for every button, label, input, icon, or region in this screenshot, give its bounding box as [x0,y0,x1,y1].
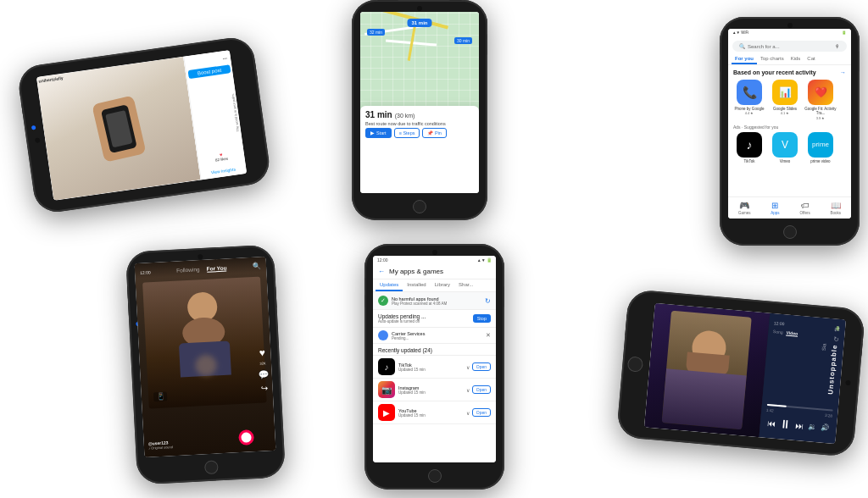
play-nav: 🎮 Games ⊞ Apps 🏷 Offers 📖 Books [728,196,851,219]
shuffle-icon[interactable]: ⇄ [834,325,841,334]
maps-route3: 30 min [454,37,472,44]
music-title: Unstoppable [826,344,838,395]
open-youtube-button[interactable]: Open [472,408,491,417]
home-button[interactable] [203,460,218,474]
front-camera [35,137,41,143]
recently-updated-header: Recently updated (24) [373,344,496,356]
search-placeholder: Search for a... [748,44,832,49]
front-camera [787,23,793,28]
app-item-tiktok[interactable]: ♪ TikTok [733,132,765,163]
prev-button[interactable]: ⏮ [767,418,776,428]
app-item-slides[interactable]: 📊 Google Slides 4.1 ★ [769,80,801,120]
open-tiktok-button[interactable]: Open [472,362,491,371]
search-icon[interactable]: 🔍 [253,262,261,270]
app-item-phone[interactable]: 📞 Phone by Google 4.4 ★ [733,80,765,120]
dismiss-carrier-button[interactable]: ✕ [486,332,491,339]
home-button[interactable] [783,225,797,239]
voice-icon: 🎙 [835,44,840,49]
tiktok-tab-foryou[interactable]: For You [206,264,226,272]
tiktok-likes-count: 32K [259,362,265,366]
stop-button[interactable]: Stop [473,314,491,323]
myapps-title: My apps & games [389,268,443,275]
myapps-screen: 12:00 ▲▼ 🔋 ← My apps & games Updates Ins… [373,256,496,462]
next-button[interactable]: ⏭ [795,420,804,430]
tab-library[interactable]: Library [431,279,454,291]
front-camera [845,379,851,385]
refresh-icon[interactable]: ↻ [485,297,491,305]
carrier-status: Pending... [392,336,486,340]
music-screen: ⇄ ↻ 12:00 🔋 Song Video Unstoppable Sia [644,303,846,444]
maps-duration: 31 min [365,110,392,119]
music-ctrl-buttons: ⏮ ⏸ ⏭ 🔉 🔊 [765,416,832,435]
app-row-youtube: ▶ YouTube Updated 15 min ∨ Open [373,401,496,424]
music-tab-video[interactable]: Video [786,330,798,337]
youtube-icon: ▶ [378,404,395,421]
front-camera [432,250,437,255]
ig-tagline: The world is in your palm. [230,91,242,132]
music-tabs: Song Video [773,329,840,340]
maps-steps-button[interactable]: ≡ Steps [394,128,420,138]
app-item-prime[interactable]: prime prime video [804,132,837,163]
tab-updates[interactable]: Updates [376,279,403,291]
maps-route-info: Best route now due to traffic conditions [365,121,474,126]
maps-screen: 31 min 32 min 30 min 31 min (30 km) Best… [360,12,479,193]
myapps-tabs: Updates Installed Library Shar... [373,279,496,292]
play-apps-row: 📞 Phone by Google 4.4 ★ 📊 Google Slides … [728,78,851,122]
app-item-vimeo[interactable]: V Vimeo [769,132,801,163]
play-pause-button[interactable]: ⏸ [779,417,792,431]
volume-up-icon[interactable]: 🔊 [821,423,830,432]
phone-tiktok: 📱 12:00 Following For You 🔍 ♥ 32K 💬 ↪ [125,245,286,485]
tab-share[interactable]: Shar... [454,279,477,291]
nav-offers[interactable]: 🏷 Offers [799,201,810,215]
home-button[interactable] [413,200,426,213]
play-protect-row: ✓ No harmful apps found Play Protect sca… [373,292,496,310]
tab-kids[interactable]: Kids [787,54,804,64]
play-ads-label: Ads · Suggested for you [728,122,851,130]
ig-insights-button[interactable]: View insights [202,165,244,176]
play-search-bar[interactable]: 🔍 Search for a... 🎙 [732,41,847,52]
music-tab-song[interactable]: Song [773,329,783,335]
phone-myapps: 12:00 ▲▼ 🔋 ← My apps & games Updates Ins… [364,244,504,490]
home-button[interactable] [627,356,644,373]
tiktok-screen: 📱 12:00 Following For You 🔍 ♥ 32K 💬 ↪ [135,257,276,457]
tab-cat[interactable]: Cat [804,54,818,64]
app-item-fit[interactable]: ❤️ Google Fit: Activity Tra... 3.9 ★ [804,80,837,120]
maps-info-panel: 31 min (30 km) Best route now due to tra… [360,106,479,193]
status-time: 12:00 [774,320,785,326]
play-suggested-row: ♪ TikTok V Vimeo prime prime video [728,130,851,165]
maps-route2: 32 min [367,29,385,36]
tab-top-charts[interactable]: Top charts [757,54,787,64]
volume-down-icon[interactable]: 🔉 [808,423,817,431]
tiktok-icon: ♪ [378,358,395,375]
carrier-icon [378,330,388,340]
tab-installed[interactable]: Installed [403,279,430,291]
nav-apps[interactable]: ⊞ Apps [771,201,779,215]
myapps-header: ← My apps & games [373,264,496,279]
tiktok-status: 12:00 [140,269,151,275]
music-album-art [644,303,770,437]
tab-for-you[interactable]: For you [732,54,757,64]
share-icon[interactable]: ↪ [260,384,268,393]
nav-books[interactable]: 📖 Books [831,201,842,215]
instagram-screen: unihertzielly ••• Boost post [36,50,247,201]
app-row-instagram: 📷 Instagram Updated 15 min ∨ Open [373,379,496,401]
maps-pin-button[interactable]: 📌 Pin [422,128,446,138]
auto-update-text: Auto-update is turned on [378,319,426,324]
nav-games[interactable]: 🎮 Games [738,201,751,215]
protect-icon: ✓ [378,296,388,306]
phone-instagram: unihertzielly ••• Boost post [16,35,272,214]
repeat-icon[interactable]: ↻ [832,335,839,344]
tiktok-tab-following[interactable]: Following [176,266,200,274]
app-updated-tiktok: Updated 15 min [398,368,466,372]
instagram-icon: 📷 [378,381,395,398]
phone-music: ⇄ ↻ 12:00 🔋 Song Video Unstoppable Sia [616,289,865,457]
maps-start-button[interactable]: ▶ Start [365,128,392,138]
status-time: 12:00 [377,257,388,263]
play-tabs: For you Top charts Kids Cat [728,54,851,65]
comment-icon[interactable]: 💬 [258,369,269,379]
back-button[interactable]: ← [378,268,385,275]
protect-sub: Play Protect scanned at 4:08 AM [392,302,481,306]
like-heart-icon[interactable]: ♥ [259,347,265,359]
home-button[interactable] [428,469,442,483]
open-instagram-button[interactable]: Open [472,385,491,394]
